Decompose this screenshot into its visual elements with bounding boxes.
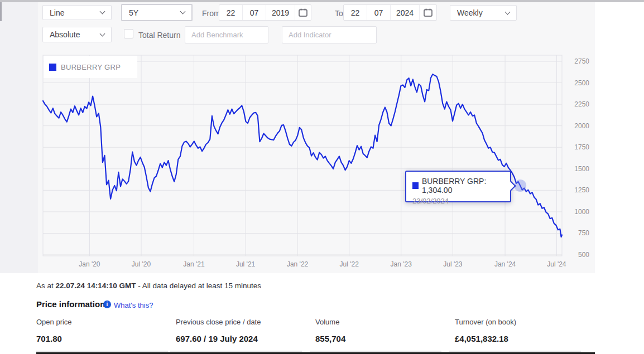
- y-tick-label: 1750: [574, 143, 589, 151]
- vertical-scrollbar-thumb[interactable]: [0, 2, 2, 21]
- status-datetime: 22.07.24 14:14:10 GMT: [56, 282, 136, 290]
- chevron-down-icon: [180, 9, 186, 14]
- chevron-down-icon: [100, 9, 105, 14]
- frequency-select[interactable]: Weekly: [450, 5, 517, 21]
- y-tick-label: 2750: [574, 57, 589, 65]
- y-tick-label: 2500: [574, 79, 589, 87]
- chart-tooltip: BURBERRY GRP: 1,304.00 23/02/2024: [405, 171, 511, 202]
- field-label: Turnover (on book): [455, 318, 589, 326]
- price-info-field: Open price701.80: [36, 318, 170, 343]
- x-tick-label: Jul '21: [236, 260, 256, 268]
- price-chart-page: Line 5Y From 22 07 2019 To 22 07 2024 We…: [0, 0, 644, 354]
- x-tick-label: Jul '23: [443, 260, 463, 268]
- column-divider: [449, 351, 581, 352]
- field-value: 701.80: [36, 334, 170, 343]
- frequency-value: Weekly: [457, 8, 483, 17]
- column-divider: [36, 351, 168, 352]
- x-tick-label: Jan '22: [287, 260, 309, 268]
- x-tick-label: Jan '23: [391, 260, 412, 268]
- plot-area[interactable]: [43, 55, 562, 256]
- x-tick-label: Jan '24: [494, 260, 516, 268]
- total-return-checkbox[interactable]: [124, 29, 133, 38]
- price-info-field: Volume855,704: [315, 318, 449, 343]
- chevron-down-icon: [505, 9, 511, 14]
- x-tick-label: Jan '20: [79, 260, 100, 268]
- field-label: Volume: [315, 318, 449, 326]
- x-tick-label: Jul '20: [132, 260, 151, 268]
- legend-label: BURBERRY GRP: [61, 63, 121, 71]
- y-tick-label: 1500: [574, 165, 589, 173]
- chart-type-value: Line: [50, 8, 64, 17]
- y-tick-label: 2000: [574, 122, 589, 130]
- x-tick-label: Jul '22: [340, 260, 359, 268]
- to-year-field[interactable]: 2024: [391, 5, 420, 20]
- y-tick-label: 750: [578, 229, 589, 237]
- y-tick-label: 2250: [574, 100, 589, 108]
- whats-this-link[interactable]: What's this?: [114, 301, 153, 309]
- field-value: 697.60 / 19 July 2024: [176, 334, 310, 343]
- field-value: 855,704: [315, 334, 449, 343]
- from-calendar-icon[interactable]: [295, 5, 311, 20]
- from-label: From: [202, 9, 220, 18]
- series-color-swatch: [412, 182, 419, 189]
- price-chart[interactable]: 27502500225020001750150012501000750500Ja…: [38, 50, 595, 273]
- x-tick-label: Jan '21: [183, 260, 205, 268]
- price-info-field: Previous close price / date697.60 / 19 J…: [176, 318, 310, 343]
- series-color-swatch: [49, 64, 56, 71]
- to-date-group: 22 07 2024: [343, 4, 437, 21]
- info-icon[interactable]: i: [103, 300, 111, 308]
- y-tick-label: 1250: [574, 186, 589, 194]
- price-info-field: Turnover (on book)£4,051,832.18: [455, 318, 589, 343]
- y-tick-label: 500: [578, 251, 589, 259]
- from-day-field[interactable]: 22: [219, 5, 243, 20]
- from-date-group: 22 07 2019: [219, 4, 311, 21]
- to-calendar-icon[interactable]: [420, 5, 436, 20]
- field-value: £4,051,832.18: [455, 334, 589, 343]
- x-tick-label: Jul '24: [547, 260, 566, 268]
- price-information-title: Price information: [36, 299, 105, 309]
- mode-select[interactable]: Absolute: [42, 27, 112, 42]
- y-tick-label: 1000: [574, 208, 589, 216]
- field-label: Open price: [36, 318, 170, 326]
- field-label: Previous close price / date: [176, 318, 310, 326]
- mode-value: Absolute: [50, 30, 80, 39]
- column-divider: [310, 351, 441, 352]
- from-month-field[interactable]: 07: [243, 5, 266, 20]
- chevron-down-icon: [100, 31, 105, 36]
- range-value: 5Y: [129, 8, 138, 17]
- total-return-label: Total Return: [138, 31, 180, 40]
- tooltip-date: 23/02/2024: [412, 197, 510, 205]
- data-delay-status: As at 22.07.24 14:14:10 GMT - All data d…: [36, 282, 261, 290]
- add-benchmark-input[interactable]: [185, 26, 268, 43]
- add-indicator-input[interactable]: [282, 26, 377, 43]
- to-month-field[interactable]: 07: [367, 5, 391, 20]
- range-select[interactable]: 5Y: [121, 4, 193, 21]
- column-divider: [170, 351, 302, 352]
- legend-item-burberry[interactable]: BURBERRY GRP: [44, 56, 137, 78]
- chart-type-select[interactable]: Line: [42, 5, 112, 20]
- to-day-field[interactable]: 22: [344, 5, 367, 20]
- from-year-field[interactable]: 2019: [266, 5, 295, 20]
- to-label: To: [335, 9, 343, 18]
- tooltip-value: BURBERRY GRP: 1,304.00: [422, 177, 510, 195]
- left-margin: [0, 2, 38, 273]
